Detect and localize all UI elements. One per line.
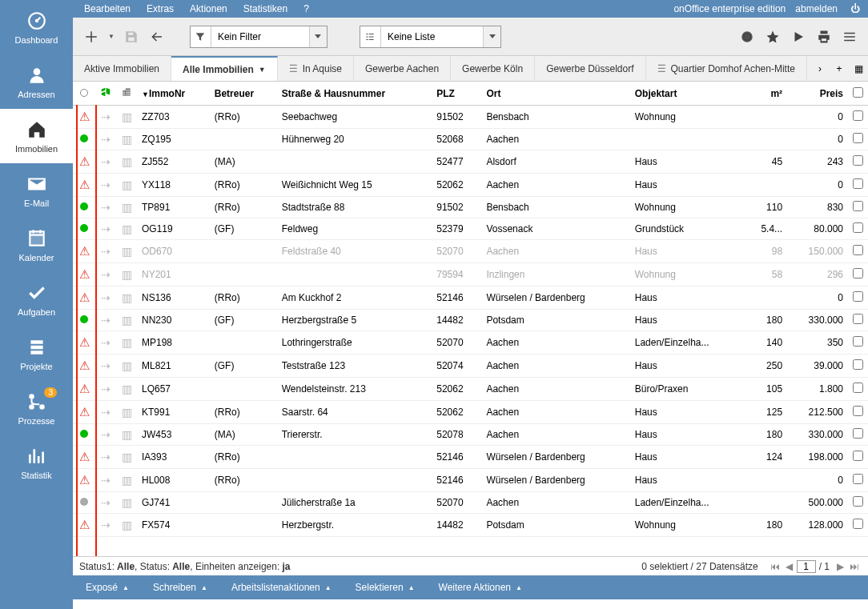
table-row[interactable]: ⚠ ⇢ ▥ IA393 (RRo) 52146 Würselen / Barde… [73,446,868,469]
save-button[interactable] [123,28,140,46]
row-checkbox[interactable] [853,406,863,416]
row-checkbox[interactable] [853,496,863,507]
star-icon[interactable] [764,28,782,46]
nav-e-mail[interactable]: E-Mail [0,163,73,218]
table-row[interactable]: ⚠ ⇢ ▥ FX574 Herzbergstr. 14482 Potsdam W… [73,514,868,537]
row-checkbox[interactable] [853,451,863,461]
tab-grid-icon[interactable]: ▦ [849,56,868,81]
table-row[interactable]: ⇢ ▥ JW453 (MA) Triererstr. 52078 Aachen … [73,424,868,446]
table-row[interactable]: ⚠ ⇢ ▥ MP198 Lothringerstraße 52070 Aache… [73,331,868,355]
menu-lines-icon[interactable] [841,28,858,46]
row-checkbox[interactable] [853,336,863,347]
row-checkbox[interactable] [853,519,863,529]
link-icon[interactable]: ⇢ [101,336,111,349]
row-checkbox[interactable] [853,110,863,121]
link-icon[interactable]: ⇢ [101,383,111,395]
tab-gewerbe-aachen[interactable]: Gewerbe Aachen [354,56,451,81]
link-icon[interactable]: ⇢ [101,406,111,419]
link-icon[interactable]: ⇢ [101,268,111,281]
row-checkbox[interactable] [853,245,863,255]
row-checkbox[interactable] [853,222,863,233]
link-icon[interactable]: ⇢ [101,359,111,372]
col-objektart[interactable]: Objektart [630,82,745,106]
col-ort[interactable]: Ort [481,82,629,106]
row-checkbox[interactable] [853,383,863,393]
table-row[interactable]: ⇢ ▥ GJ741 Jülicherstraße 1a 52070 Aachen… [73,492,868,514]
link-icon[interactable]: ⇢ [101,245,111,258]
row-checkbox[interactable] [853,428,863,439]
action-selektieren[interactable]: Selektieren▲ [344,575,426,599]
col-betreuer[interactable]: Betreuer [210,82,277,106]
menu-statistiken[interactable]: Statistiken [237,2,294,16]
col-plz[interactable]: PLZ [432,82,481,106]
row-checkbox[interactable] [853,359,863,370]
tab-add-icon[interactable]: + [830,56,849,81]
nav-immobilien[interactable]: Immobilien [0,109,73,163]
action-exposé[interactable]: Exposé▲ [74,575,140,599]
table-row[interactable]: ⇢ ▥ NN230 (GF) Herzbergstraße 5 14482 Po… [73,310,868,331]
action-schreiben[interactable]: Schreiben▲ [142,575,219,599]
page-prev-icon[interactable]: ◀ [782,559,797,574]
logout-link[interactable]: abmelden [789,2,844,16]
col-building-icon[interactable] [116,82,137,106]
nav-dashboard[interactable]: Dashboard [0,0,73,54]
table-row[interactable]: ⚠ ⇢ ▥ KT991 (RRo) Saarstr. 64 52062 Aach… [73,401,868,424]
table-row[interactable]: ⇢ ▥ TP891 (RRo) Stadtstraße 88 91502 Ben… [73,197,868,218]
table-row[interactable]: ⇢ ▥ ZQ195 Hühnerweg 20 52068 Aachen 0 [73,129,868,150]
page-next-icon[interactable]: ▶ [833,559,847,574]
action-arbeitslistenaktionen[interactable]: Arbeitslistenaktionen▲ [220,575,343,599]
link-icon[interactable]: ⇢ [101,222,111,235]
table-row[interactable]: ⚠ ⇢ ▥ NY201 79594 Inzlingen Wohnung 58 2… [73,263,868,286]
link-icon[interactable]: ⇢ [101,496,111,509]
tab-quartier-domhof-achen-mitte[interactable]: ☰Quartier Domhof Achen-Mitte [646,56,807,81]
link-icon[interactable]: ⇢ [101,451,111,463]
link-icon[interactable]: ⇢ [101,133,111,146]
col-status[interactable] [73,82,95,106]
nav-prozesse[interactable]: Prozesse3 [0,381,73,435]
col-immonr[interactable]: ▼ImmoNr [137,82,210,106]
row-checkbox[interactable] [853,291,863,302]
row-checkbox[interactable] [853,178,863,189]
menu-bearbeiten[interactable]: Bearbeiten [78,2,137,16]
link-icon[interactable]: ⇢ [101,291,111,304]
tab-alle-immobilien[interactable]: Alle Immobilien▼ [171,56,278,81]
add-button[interactable] [82,28,100,46]
nav-adressen[interactable]: Adressen [0,54,73,109]
table-row[interactable]: ⚠ ⇢ ▥ ZZ703 (RRo) Seebachweg 91502 Bensb… [73,106,868,129]
target-icon[interactable] [738,28,756,46]
menu-help[interactable]: ? [297,2,315,16]
row-checkbox[interactable] [853,201,863,211]
col-link-icon[interactable] [95,82,116,106]
link-icon[interactable]: ⇢ [101,178,111,191]
tab-gewerbe-düsseldorf[interactable]: Gewerbe Düsseldorf [535,56,645,81]
tab-aktive-immobilien[interactable]: Aktive Immobilien [73,56,171,81]
nav-aufgaben[interactable]: Aufgaben [0,272,73,327]
table-row[interactable]: ⇢ ▥ OG119 (GF) Feldweg 52379 Vossenack G… [73,218,868,240]
action-weitere-aktionen[interactable]: Weitere Aktionen▲ [428,575,533,599]
table-row[interactable]: ⚠ ⇢ ▥ ZJ552 (MA) 52477 Alsdorf Haus 45 2… [73,150,868,174]
tab-scroll-right-icon[interactable]: › [810,56,830,81]
row-checkbox[interactable] [853,474,863,484]
row-checkbox[interactable] [853,155,863,166]
table-row[interactable]: ⚠ ⇢ ▥ ML821 (GF) Teststraße 123 52074 Aa… [73,355,868,378]
play-icon[interactable] [790,28,807,46]
tab-gewerbe-köln[interactable]: Gewerbe Köln [451,56,535,81]
row-checkbox[interactable] [853,314,863,324]
menu-extras[interactable]: Extras [140,2,180,16]
col-strasse[interactable]: Straße & Hausnummer [277,82,432,106]
nav-statistik[interactable]: Statistik [0,435,73,490]
list-dropdown[interactable]: Keine Liste [360,26,501,48]
table-row[interactable]: ⚠ ⇢ ▥ HL008 (RRo) 52146 Würselen / Barde… [73,469,868,492]
table-row[interactable]: ⚠ ⇢ ▥ YX118 (RRo) Weißichnicht Weg 15 52… [73,174,868,197]
nav-projekte[interactable]: Projekte [0,327,73,381]
col-m2[interactable]: m² [745,82,787,106]
col-select-all[interactable] [848,82,868,106]
link-icon[interactable]: ⇢ [101,474,111,487]
col-preis[interactable]: Preis [787,82,848,106]
print-icon[interactable] [815,28,833,46]
row-checkbox[interactable] [853,133,863,143]
table-row[interactable]: ⚠ ⇢ ▥ OD670 Feldstraße 40 52070 Aachen H… [73,240,868,263]
link-icon[interactable]: ⇢ [101,155,111,168]
filter-dropdown[interactable]: Kein Filter [190,26,328,48]
row-checkbox[interactable] [853,268,863,278]
